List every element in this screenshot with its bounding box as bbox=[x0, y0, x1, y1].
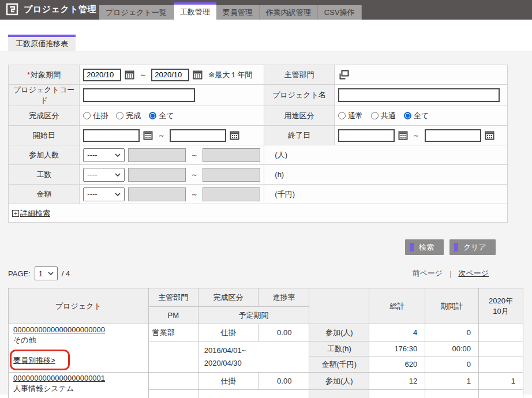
dropdown-chevron-icon bbox=[115, 153, 121, 157]
radio-icon[interactable] bbox=[371, 112, 379, 119]
calendar-icon[interactable] bbox=[193, 70, 203, 80]
tab-csv-operations[interactable]: CSV操作 bbox=[318, 5, 362, 20]
result-table: プロジェクト 主管部門 完成区分 進捗率 総計 期間計 2020年 10月 PM… bbox=[8, 288, 523, 398]
tab-work-breakdown-management[interactable]: 作業内訳管理 bbox=[260, 5, 318, 20]
pm-cell bbox=[148, 390, 198, 398]
staff-trend-link[interactable]: 要員別推移> bbox=[13, 356, 55, 365]
completion-option-all[interactable]: 全て bbox=[149, 111, 174, 121]
page-select[interactable]: 1 bbox=[35, 266, 58, 280]
subtab-manhour-cost-trend[interactable]: 工数原価推移表 bbox=[8, 35, 76, 51]
progress-cell: 0.00 bbox=[258, 373, 309, 390]
completion-category-label: 完成区分 bbox=[9, 106, 80, 126]
target-period-to-input[interactable] bbox=[151, 69, 189, 81]
target-period-from-input[interactable] bbox=[83, 69, 121, 81]
col-pm: PM bbox=[148, 307, 198, 324]
usage-option-normal[interactable]: 通常 bbox=[338, 111, 363, 121]
end-date-to-input[interactable] bbox=[425, 129, 481, 142]
max-period-note: ※最大１年間 bbox=[208, 70, 252, 80]
project-name: 人事情報システム bbox=[13, 384, 144, 394]
amount-condition-select[interactable]: ---- bbox=[83, 187, 125, 201]
page-total: / 4 bbox=[62, 269, 70, 278]
completion-option-wip[interactable]: 仕掛 bbox=[83, 111, 108, 121]
metric-label: 参加(人) bbox=[309, 324, 369, 341]
tab-project-list[interactable]: プロジェクト一覧 bbox=[99, 5, 174, 20]
dept-select-icon[interactable] bbox=[338, 69, 504, 81]
col-metric bbox=[309, 288, 369, 324]
metric-label: 工数(h) bbox=[309, 341, 369, 356]
brand: プロジェクト管理 bbox=[6, 3, 96, 16]
metric-label bbox=[309, 390, 369, 398]
content-area: *対象期間 ～ ※最大１年間 主管部門 bbox=[0, 51, 532, 395]
metric-label: 参加(人) bbox=[309, 373, 369, 390]
usage-option-all[interactable]: 全て bbox=[404, 111, 429, 121]
clear-button[interactable]: クリア bbox=[449, 239, 496, 255]
completion-option-done[interactable]: 完成 bbox=[116, 111, 141, 121]
calendar-icon[interactable] bbox=[485, 130, 494, 140]
range-separator: ～ bbox=[189, 170, 199, 180]
total-value: 176:30 bbox=[369, 341, 425, 356]
dropdown-chevron-icon bbox=[48, 272, 54, 275]
start-date-from-input[interactable] bbox=[83, 129, 140, 142]
radio-icon[interactable] bbox=[338, 112, 346, 119]
radio-checked-icon[interactable] bbox=[149, 112, 156, 119]
participants-label: 参加人数 bbox=[9, 145, 80, 165]
metric-label: 金額(千円) bbox=[309, 356, 369, 373]
participants-from-input bbox=[128, 148, 186, 162]
amount-from-input bbox=[128, 187, 186, 201]
month-value bbox=[479, 390, 523, 398]
dropdown-chevron-icon bbox=[115, 173, 121, 177]
col-planned-period: 予定期間 bbox=[198, 307, 309, 324]
period-value: 0 bbox=[425, 324, 479, 341]
amount-label: 金額 bbox=[9, 185, 80, 204]
dept-label: 主管部門 bbox=[264, 65, 334, 85]
next-page-link[interactable]: 次ページ bbox=[458, 268, 489, 279]
app-logo-icon bbox=[6, 3, 18, 16]
month-value bbox=[479, 341, 523, 356]
radio-icon[interactable] bbox=[116, 112, 123, 119]
project-name-input[interactable] bbox=[338, 88, 500, 102]
expand-plus-icon[interactable] bbox=[12, 210, 19, 217]
calendar-icon[interactable] bbox=[230, 130, 239, 140]
col-dept: 主管部門 bbox=[148, 288, 198, 307]
col-progress: 進捗率 bbox=[258, 288, 309, 307]
dropdown-chevron-icon bbox=[115, 193, 121, 196]
period-value: 00:00 bbox=[425, 341, 479, 356]
man-hours-condition-select[interactable]: ---- bbox=[83, 168, 125, 182]
amount-unit: (千円) bbox=[268, 190, 295, 198]
man-hours-unit: (h) bbox=[268, 170, 284, 179]
accent-bar bbox=[410, 243, 414, 251]
usage-category-label: 用途区分 bbox=[264, 106, 334, 126]
project-code-link[interactable]: 0000000000000000000001 bbox=[13, 374, 105, 382]
tab-manhour-management[interactable]: 工数管理 bbox=[174, 2, 216, 20]
calendar-icon[interactable] bbox=[125, 70, 134, 80]
usage-option-common[interactable]: 共通 bbox=[371, 111, 396, 121]
project-name: その他 bbox=[13, 335, 144, 346]
project-code-label: プロジェクトコード bbox=[9, 85, 80, 106]
radio-checked-icon[interactable] bbox=[404, 112, 411, 119]
participants-unit: (人) bbox=[268, 151, 287, 159]
pager-separator: | bbox=[449, 269, 451, 278]
radio-icon[interactable] bbox=[83, 112, 91, 119]
progress-cell: 0.00 bbox=[258, 324, 309, 341]
search-button[interactable]: 検索 bbox=[405, 239, 444, 255]
dept-cell bbox=[148, 373, 198, 390]
main-tabs: プロジェクト一覧 工数管理 要員管理 作業内訳管理 CSV操作 bbox=[99, 0, 362, 20]
start-date-to-input[interactable] bbox=[170, 129, 226, 142]
calendar-icon[interactable] bbox=[398, 130, 408, 140]
top-bar: プロジェクト管理 プロジェクト一覧 工数管理 要員管理 作業内訳管理 CSV操作 bbox=[0, 0, 532, 20]
completion-cell: 仕掛 bbox=[198, 373, 258, 390]
detail-search-link[interactable]: 詳細検索 bbox=[20, 209, 50, 217]
participants-condition-select[interactable]: ---- bbox=[83, 148, 125, 162]
participants-to-input bbox=[203, 148, 260, 162]
calendar-icon[interactable] bbox=[143, 130, 153, 140]
prev-page-link[interactable]: 前ページ bbox=[412, 268, 443, 279]
planned-period-cell bbox=[198, 390, 309, 398]
dept-cell: 営業部 bbox=[148, 324, 198, 341]
month-value: 1 bbox=[479, 373, 523, 390]
tab-staff-management[interactable]: 要員管理 bbox=[216, 5, 260, 20]
project-code-link[interactable]: 0000000000000000000000 bbox=[13, 325, 105, 334]
project-code-input[interactable] bbox=[83, 88, 195, 102]
end-date-from-input[interactable] bbox=[338, 129, 395, 142]
planned-period-cell: 2016/04/01~ 2020/04/30 bbox=[202, 344, 306, 369]
man-hours-to-input bbox=[203, 168, 260, 182]
